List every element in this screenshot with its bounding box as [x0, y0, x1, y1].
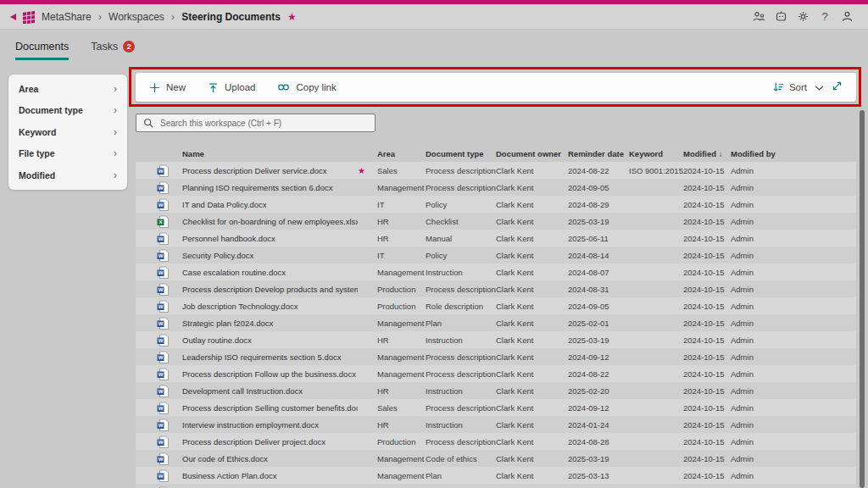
- document-owner-cell: Clark Kent: [496, 319, 568, 328]
- bot-icon[interactable]: [770, 8, 792, 25]
- document-name[interactable]: Planning ISO requirements section 6.docx: [182, 183, 358, 192]
- collapse-back-icon[interactable]: [10, 14, 16, 20]
- sidebar-item-area[interactable]: Area ›: [8, 78, 127, 100]
- document-name[interactable]: Case escalation routine.docx: [182, 268, 358, 277]
- sidebar-item-file-type[interactable]: File type ›: [8, 143, 127, 165]
- table-row[interactable]: W Process description Deliver service.do…: [136, 162, 856, 179]
- svg-text:W: W: [159, 202, 164, 208]
- document-name[interactable]: Process description Deliver service.docx: [182, 166, 358, 175]
- word-file-icon: W: [136, 452, 182, 465]
- sidebar-filter-label: File type: [19, 148, 55, 158]
- word-file-icon: W: [136, 368, 182, 380]
- document-name[interactable]: Checklist for on-boardning of new employ…: [182, 217, 358, 226]
- document-name[interactable]: Process description Deliver project.docx: [182, 437, 358, 446]
- table-row[interactable]: W Our code of Ethics.docx Management Cod…: [136, 450, 856, 467]
- copy-link-button[interactable]: Copy link: [277, 82, 336, 92]
- modified-cell: 2024-10-15: [683, 251, 731, 260]
- column-header-document-type[interactable]: Document type: [426, 149, 496, 158]
- upload-button[interactable]: Upload: [208, 82, 255, 93]
- profile-icon[interactable]: [836, 8, 858, 25]
- table-row[interactable]: W Strategic plan f2024.docx Management P…: [136, 314, 856, 331]
- reminder-date-cell: 2025-03-19: [568, 454, 629, 463]
- favorite-star-icon[interactable]: ★: [287, 11, 297, 23]
- column-header-modified[interactable]: Modified ↓: [683, 149, 731, 158]
- document-name[interactable]: Process description Follow up the busine…: [182, 369, 358, 379]
- table-row[interactable]: W Personnel handbook.docx HR Manual Clar…: [136, 230, 856, 247]
- table-row[interactable]: W Process description Selling customer b…: [136, 399, 856, 416]
- column-header-area[interactable]: Area: [377, 149, 426, 158]
- expand-fullscreen-icon[interactable]: [832, 80, 843, 95]
- document-owner-cell: Clark Kent: [496, 166, 568, 175]
- table-row[interactable]: W Outlay routine.docx HR Instruction Cla…: [136, 331, 856, 348]
- tab-documents[interactable]: Documents: [15, 41, 69, 60]
- chevron-down-icon[interactable]: [815, 80, 824, 95]
- document-type-cell: Plan: [426, 319, 496, 328]
- table-row[interactable]: W Process description Develop products a…: [136, 280, 856, 297]
- modified-by-cell: Admin: [731, 183, 856, 192]
- document-name[interactable]: Strategic plan f2024.docx: [182, 319, 358, 328]
- area-cell: IT: [377, 251, 426, 260]
- modified-cell: 2024-10-15: [683, 437, 731, 446]
- document-name[interactable]: Security Policy.docx: [182, 251, 358, 260]
- document-name[interactable]: Our code of Ethics.docx: [182, 454, 358, 463]
- tab-tasks[interactable]: Tasks 2: [91, 41, 135, 58]
- sidebar-item-modified[interactable]: Modified ›: [8, 164, 127, 186]
- table-row[interactable]: W Job description Technology.docx Produc…: [136, 297, 856, 314]
- column-header-name[interactable]: Name: [182, 149, 358, 158]
- sidebar-item-document-type[interactable]: Document type ›: [8, 100, 127, 122]
- table-row[interactable]: W Interview instruction employment.docx …: [136, 416, 856, 433]
- word-file-icon: W: [136, 283, 182, 296]
- vertical-scrollbar[interactable]: [860, 110, 865, 488]
- document-name[interactable]: Development call Instruction.docx: [182, 386, 358, 396]
- svg-text:W: W: [159, 338, 164, 343]
- modified-by-cell: Admin: [731, 420, 856, 430]
- table-row[interactable]: W Development call Instruction.docx HR I…: [136, 382, 856, 399]
- document-type-cell: Manual: [426, 234, 496, 243]
- area-cell: IT: [377, 200, 426, 209]
- reminder-date-cell: 2024-09-05: [568, 183, 629, 192]
- table-row[interactable]: W Process description Follow up the busi…: [136, 365, 856, 382]
- row-favorite-star-icon[interactable]: ★: [358, 166, 377, 175]
- settings-gear-icon[interactable]: [792, 8, 814, 25]
- search-input[interactable]: [160, 119, 368, 128]
- area-cell: HR: [377, 217, 426, 226]
- sidebar-item-keyword[interactable]: Keyword ›: [8, 121, 127, 143]
- plus-icon: [149, 82, 160, 93]
- people-icon[interactable]: [748, 8, 770, 25]
- column-header-document-owner[interactable]: Document owner: [496, 149, 568, 158]
- document-name[interactable]: Outlay routine.docx: [182, 336, 358, 345]
- table-row[interactable]: W IT and Data Policy.docx IT Policy Clar…: [136, 196, 856, 213]
- table-row[interactable]: W Planning ISO requirements section 6.do…: [136, 179, 856, 196]
- table-row[interactable]: W Business Action Plan.docx Management P…: [136, 467, 856, 484]
- modified-cell: 2024-10-15: [683, 420, 731, 430]
- help-icon[interactable]: ?: [814, 8, 836, 25]
- column-header-keyword[interactable]: Keyword: [629, 149, 683, 158]
- table-row[interactable]: W Process description Deliver project.do…: [136, 433, 856, 450]
- table-row[interactable]: W: [136, 484, 856, 488]
- document-name[interactable]: Process description Selling customer ben…: [182, 403, 358, 413]
- new-button[interactable]: New: [149, 82, 186, 93]
- column-header-reminder-date[interactable]: Reminder date: [568, 149, 629, 158]
- document-name[interactable]: IT and Data Policy.docx: [182, 200, 358, 209]
- svg-text:W: W: [159, 287, 164, 292]
- column-header-modified-by[interactable]: Modified by: [731, 149, 856, 158]
- document-name[interactable]: Business Action Plan.docx: [182, 471, 358, 480]
- app-name[interactable]: MetaShare: [42, 11, 92, 23]
- document-name[interactable]: Leadership ISO requirements section 5.do…: [182, 352, 358, 362]
- keyword-cell: ISO 9001:2015: [629, 166, 683, 175]
- document-name[interactable]: Personnel handbook.docx: [182, 234, 358, 243]
- breadcrumb-current-workspace[interactable]: Steering Documents: [181, 11, 281, 23]
- breadcrumb-workspaces[interactable]: Workspaces: [108, 11, 164, 23]
- modified-cell: 2024-10-15: [683, 386, 731, 396]
- document-name[interactable]: Interview instruction employment.docx: [182, 420, 358, 430]
- document-name[interactable]: Process description Develop products and…: [182, 285, 358, 294]
- table-row[interactable]: W Case escalation routine.docx Managemen…: [136, 263, 856, 280]
- sort-button[interactable]: Sort: [773, 82, 807, 92]
- table-row[interactable]: W Leadership ISO requirements section 5.…: [136, 348, 856, 365]
- svg-text:W: W: [159, 406, 164, 411]
- table-row[interactable]: X Checklist for on-boardning of new empl…: [136, 213, 856, 230]
- document-name[interactable]: Job description Technology.docx: [182, 302, 358, 311]
- reminder-date-cell: 2024-08-28: [568, 437, 629, 446]
- reminder-date-cell: 2025-03-19: [568, 217, 629, 226]
- table-row[interactable]: W Security Policy.docx IT Policy Clark K…: [136, 247, 856, 263]
